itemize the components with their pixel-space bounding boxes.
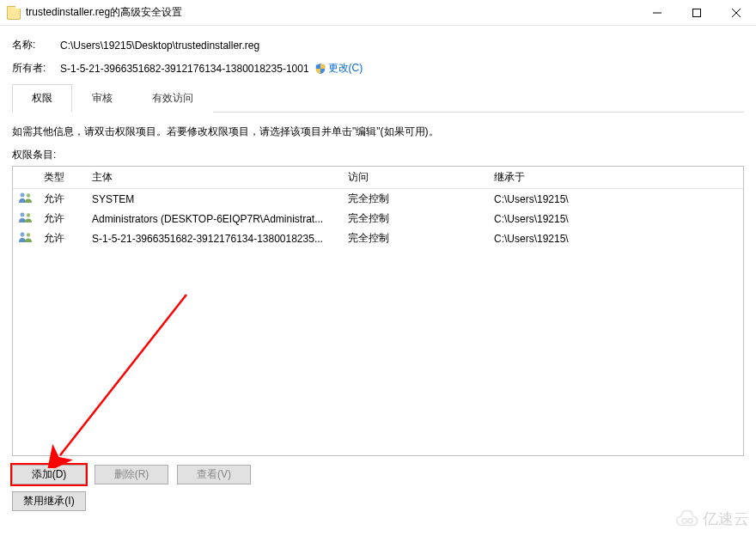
owner-value: S-1-5-21-3966351682-3912176134-138001823… bbox=[60, 63, 309, 75]
instruction-text: 如需其他信息，请双击权限项目。若要修改权限项目，请选择该项目并单击"编辑"(如果… bbox=[12, 125, 744, 139]
cell-principal: SYSTEM bbox=[87, 189, 343, 210]
cell-type: 允许 bbox=[39, 189, 87, 210]
svg-point-12 bbox=[688, 519, 692, 523]
change-owner-link[interactable]: 更改(C) bbox=[314, 61, 363, 76]
watermark-text: 亿速云 bbox=[703, 509, 749, 529]
cell-inherited: C:\Users\19215\ bbox=[489, 189, 743, 210]
svg-point-4 bbox=[21, 193, 25, 198]
content-area: 名称: C:\Users\19215\Desktop\trustedinstal… bbox=[0, 26, 756, 521]
permissions-table[interactable]: 类型 主体 访问 继承于 允许SYSTEM完全控制C:\Users\19215\… bbox=[13, 167, 743, 248]
tab-permissions[interactable]: 权限 bbox=[12, 84, 72, 113]
cell-type: 允许 bbox=[39, 228, 87, 248]
view-button[interactable]: 查看(V) bbox=[177, 465, 251, 484]
owner-row: 所有者: S-1-5-21-3966351682-3912176134-1380… bbox=[12, 61, 744, 76]
svg-point-11 bbox=[682, 519, 686, 523]
col-header-principal[interactable]: 主体 bbox=[87, 167, 343, 189]
col-header-icon[interactable] bbox=[13, 167, 39, 189]
watermark: 亿速云 bbox=[674, 509, 749, 529]
button-row-2: 禁用继承(I) bbox=[12, 491, 744, 511]
table-row[interactable]: 允许SYSTEM完全控制C:\Users\19215\ bbox=[13, 189, 743, 210]
cell-principal: S-1-5-21-3966351682-3912176134-138001823… bbox=[87, 228, 343, 248]
remove-button[interactable]: 删除(R) bbox=[94, 465, 168, 484]
owner-label: 所有者: bbox=[12, 61, 60, 76]
cell-access: 完全控制 bbox=[343, 209, 489, 228]
tab-audit[interactable]: 审核 bbox=[72, 84, 132, 113]
cell-access: 完全控制 bbox=[343, 189, 489, 210]
permissions-table-container: 类型 主体 访问 继承于 允许SYSTEM完全控制C:\Users\19215\… bbox=[12, 166, 744, 456]
svg-rect-1 bbox=[693, 9, 701, 16]
window-title: trustedinstaller.reg的高级安全设置 bbox=[26, 5, 637, 20]
cell-inherited: C:\Users\19215\ bbox=[489, 209, 743, 228]
svg-point-5 bbox=[27, 193, 30, 197]
maximize-button[interactable] bbox=[677, 0, 716, 26]
cell-access: 完全控制 bbox=[343, 228, 489, 248]
col-header-type[interactable]: 类型 bbox=[39, 167, 87, 189]
minimize-button[interactable] bbox=[637, 0, 677, 26]
name-label: 名称: bbox=[12, 38, 60, 52]
name-row: 名称: C:\Users\19215\Desktop\trustedinstal… bbox=[12, 38, 744, 52]
svg-point-6 bbox=[21, 213, 25, 217]
change-owner-text: 更改(C) bbox=[328, 61, 363, 76]
tabs: 权限 审核 有效访问 bbox=[12, 84, 744, 113]
col-header-access[interactable]: 访问 bbox=[343, 167, 489, 189]
add-button[interactable]: 添加(D) bbox=[12, 465, 86, 484]
window-controls bbox=[637, 0, 756, 26]
tab-effective-access[interactable]: 有效访问 bbox=[132, 84, 213, 113]
shield-icon bbox=[314, 63, 326, 75]
disable-inheritance-button[interactable]: 禁用继承(I) bbox=[12, 491, 86, 511]
users-icon bbox=[18, 231, 34, 243]
col-header-inherited[interactable]: 继承于 bbox=[489, 167, 743, 189]
close-button[interactable] bbox=[716, 0, 756, 26]
table-row[interactable]: 允许S-1-5-21-3966351682-3912176134-1380018… bbox=[13, 228, 743, 248]
cell-principal: Administrators (DESKTOP-6EIQP7R\Administ… bbox=[87, 209, 343, 228]
entries-label: 权限条目: bbox=[12, 148, 744, 162]
svg-point-8 bbox=[21, 233, 25, 237]
svg-point-7 bbox=[27, 213, 30, 216]
button-row: 添加(D) 删除(R) 查看(V) bbox=[12, 465, 744, 484]
titlebar: trustedinstaller.reg的高级安全设置 bbox=[0, 0, 756, 26]
users-icon bbox=[18, 192, 34, 204]
cell-inherited: C:\Users\19215\ bbox=[489, 228, 743, 248]
svg-point-9 bbox=[27, 233, 30, 236]
folder-icon bbox=[7, 6, 21, 20]
name-value: C:\Users\19215\Desktop\trustedinstaller.… bbox=[60, 40, 259, 52]
cloud-icon bbox=[674, 510, 699, 527]
table-row[interactable]: 允许Administrators (DESKTOP-6EIQP7R\Admini… bbox=[13, 209, 743, 228]
users-icon bbox=[18, 211, 34, 223]
cell-type: 允许 bbox=[39, 209, 87, 228]
